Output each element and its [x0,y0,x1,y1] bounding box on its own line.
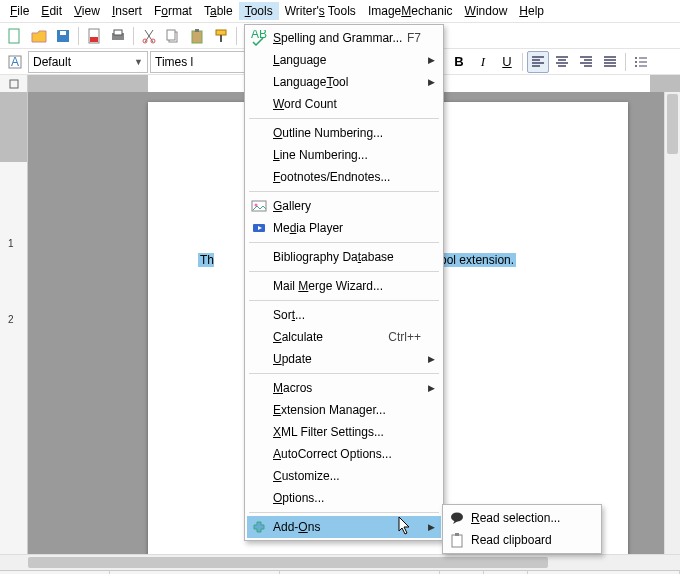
scroll-thumb[interactable] [667,94,678,154]
menu-writer-s-tools[interactable]: Writer's Tools [279,2,362,20]
print-icon[interactable] [107,25,129,47]
clip-icon [449,532,465,548]
italic-icon[interactable]: I [472,51,494,73]
format-paint-icon[interactable] [210,25,232,47]
menu-item-languagetool[interactable]: LanguageTool▶ [247,71,441,93]
tools-menu: ABCSpelling and Grammar...F7Language▶Lan… [244,24,444,541]
menu-item-label: Calculate [273,330,323,344]
paragraph-style-combo[interactable]: Default▼ [28,51,148,73]
paste-icon[interactable] [186,25,208,47]
menu-item-mail-merge-wizard[interactable]: Mail Merge Wizard... [247,275,441,297]
menu-item-label: Mail Merge Wizard... [273,279,383,293]
menu-format[interactable]: Format [148,2,198,20]
menu-item-calculate[interactable]: CalculateCtrl++ [247,326,441,348]
svg-rect-11 [192,31,202,43]
menu-separator [249,300,439,301]
menu-view[interactable]: View [68,2,106,20]
menu-item-outline-numbering[interactable]: Outline Numbering... [247,122,441,144]
menu-separator [249,512,439,513]
svg-point-19 [635,57,637,59]
svg-text:A: A [11,55,19,69]
horizontal-scrollbar[interactable] [0,554,680,570]
copy-icon[interactable] [162,25,184,47]
menu-item-xml-filter-settings[interactable]: XML Filter Settings... [247,421,441,443]
statusbar: Page 1 / 1 Default English (USA) INSRT S… [0,570,680,574]
submenu-arrow-icon: ▶ [428,354,435,364]
submenu-arrow-icon: ▶ [428,383,435,393]
underline-icon[interactable]: U [496,51,518,73]
align-right-icon[interactable] [575,51,597,73]
ruler-tick: 1 [8,238,14,249]
export-pdf-icon[interactable] [83,25,105,47]
menu-item-autocorrect-options[interactable]: AutoCorrect Options... [247,443,441,465]
menu-item-update[interactable]: Update▶ [247,348,441,370]
vertical-ruler[interactable]: 1 2 [0,92,28,554]
svg-text:ABC: ABC [251,30,267,41]
menu-file[interactable]: File [4,2,35,20]
save-icon[interactable] [52,25,74,47]
menu-insert[interactable]: Insert [106,2,148,20]
menu-item-label: Word Count [273,97,337,111]
list-bullet-icon[interactable] [630,51,652,73]
vertical-scrollbar[interactable] [664,92,680,554]
menu-item-label: Read clipboard [471,533,552,547]
menu-item-word-count[interactable]: Word Count [247,93,441,115]
svg-point-27 [451,513,463,522]
styles-icon[interactable]: A [4,51,26,73]
open-icon[interactable] [28,25,50,47]
separator [133,27,134,45]
align-center-icon[interactable] [551,51,573,73]
svg-rect-13 [216,30,226,35]
menu-item-customize[interactable]: Customize... [247,465,441,487]
menu-item-spelling-and-grammar[interactable]: ABCSpelling and Grammar...F7 [247,27,441,49]
menu-item-media-player[interactable]: Media Player [247,217,441,239]
media-icon [251,220,267,236]
svg-point-20 [635,61,637,63]
paragraph-style-value: Default [33,55,130,69]
menu-item-sort[interactable]: Sort... [247,304,441,326]
menu-item-label: Footnotes/Endnotes... [273,170,390,184]
svg-point-8 [151,39,155,43]
menu-table[interactable]: Table [198,2,239,20]
menu-window[interactable]: Window [459,2,514,20]
menu-item-label: Add-Ons [273,520,320,534]
svg-rect-28 [452,535,462,547]
menu-edit[interactable]: Edit [35,2,68,20]
submenu-arrow-icon: ▶ [428,522,435,532]
menu-item-options[interactable]: Options... [247,487,441,509]
menu-separator [249,118,439,119]
svg-point-21 [635,65,637,67]
menu-item-label: AutoCorrect Options... [273,447,392,461]
submenu-arrow-icon: ▶ [428,55,435,65]
menu-item-label: Read selection... [471,511,560,525]
menu-imagemechanic[interactable]: ImageMechanic [362,2,459,20]
scroll-thumb[interactable] [28,557,548,568]
menu-item-gallery[interactable]: Gallery [247,195,441,217]
align-justify-icon[interactable] [599,51,621,73]
menu-item-language[interactable]: Language▶ [247,49,441,71]
menu-help[interactable]: Help [513,2,550,20]
menu-item-macros[interactable]: Macros▶ [247,377,441,399]
menu-item-extension-manager[interactable]: Extension Manager... [247,399,441,421]
menu-item-label: Media Player [273,221,343,235]
new-doc-icon[interactable] [4,25,26,47]
bold-icon[interactable]: B [448,51,470,73]
menu-item-shortcut: F7 [407,31,421,45]
svg-rect-6 [114,30,122,35]
menu-item-bibliography-database[interactable]: Bibliography Database [247,246,441,268]
menu-item-add-ons[interactable]: Add-Ons▶ [247,516,441,538]
menu-item-read-clipboard[interactable]: Read clipboard [445,529,599,551]
text-segment-left: Th [198,253,214,267]
menu-item-read-selection[interactable]: Read selection... [445,507,599,529]
menu-tools[interactable]: Tools [239,2,279,20]
menu-item-footnotes-endnotes[interactable]: Footnotes/Endnotes... [247,166,441,188]
ruler-tick: 2 [8,314,14,325]
submenu-arrow-icon: ▶ [428,77,435,87]
cut-icon[interactable] [138,25,160,47]
addons-submenu: Read selection...Read clipboard [442,504,602,554]
menu-separator [249,242,439,243]
menu-item-label: LanguageTool [273,75,348,89]
svg-rect-29 [455,533,459,536]
align-left-icon[interactable] [527,51,549,73]
menu-item-line-numbering[interactable]: Line Numbering... [247,144,441,166]
